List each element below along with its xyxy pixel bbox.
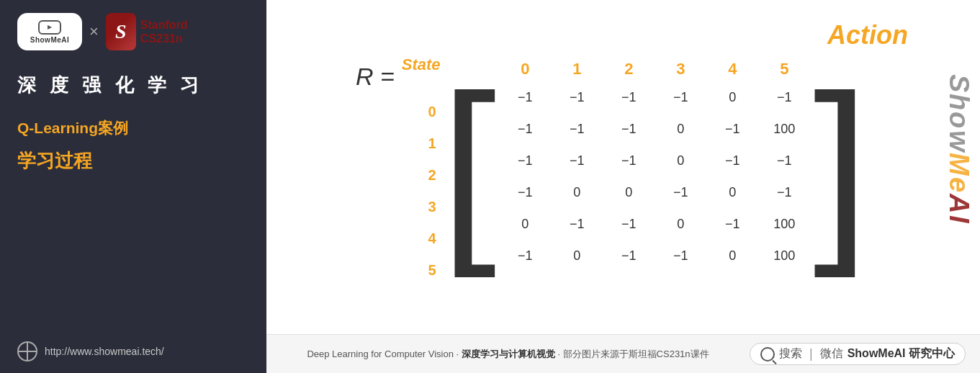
cell-0-3: −1: [655, 90, 706, 105]
bracket-right: ]: [813, 55, 869, 276]
col-headers: 0 1 2 3 4 5: [499, 60, 810, 78]
cell-2-3: 0: [655, 153, 706, 168]
cell-0-0: −1: [499, 90, 551, 105]
cell-3-0: −1: [499, 185, 551, 200]
cell-3-2: 0: [603, 185, 655, 200]
watermark-show: S: [943, 74, 974, 94]
watermark-e: e: [943, 177, 974, 194]
stanford-name: Stanford: [140, 18, 188, 32]
row-labels: 0 1 2 3 4 5: [423, 96, 436, 286]
bottom-bar: Deep Learning for Computer Vision · 深度学习…: [266, 334, 980, 373]
row-label-4: 4: [423, 223, 436, 254]
cell-4-4: −1: [706, 217, 758, 232]
globe-icon: [17, 341, 37, 361]
showmeai-logo: ShowMeAI: [17, 13, 82, 50]
cell-4-2: −1: [603, 217, 655, 232]
cross-symbol: ×: [89, 22, 99, 41]
watermark-I: I: [943, 215, 974, 225]
watermark-A: A: [943, 194, 974, 215]
caption-bold: 深度学习与计算机视觉: [462, 349, 555, 359]
cell-1-4: −1: [706, 122, 758, 137]
matrix-inner: 0 1 2 3 4 5 −1 −1 −1 −1: [499, 55, 810, 276]
row-label-2: 2: [423, 159, 436, 191]
sidebar-title: 深 度 强 化 学 习: [17, 72, 249, 98]
showmeai-icon: [38, 20, 61, 35]
showmeai-watermark: S h o w M e A I: [943, 7, 974, 291]
table-row: −1 −1 −1 −1 0 −1: [499, 81, 810, 113]
sidebar-subtitle: Q-Learning案例: [17, 118, 249, 138]
row-label-3: 3: [423, 191, 436, 223]
watermark-h: h: [943, 94, 974, 112]
cell-1-3: 0: [655, 122, 706, 137]
table-row: −1 −1 −1 0 −1 −1: [499, 145, 810, 176]
cell-1-2: −1: [603, 122, 655, 137]
r-equals: R =: [356, 63, 395, 91]
cell-4-5: 100: [758, 217, 810, 232]
table-row: −1 0 −1 −1 0 100: [499, 240, 810, 271]
main-content: Action S h o w M e A I R = State 0 1 2: [266, 0, 980, 373]
search-label: 搜索: [779, 346, 802, 361]
cell-4-1: −1: [551, 217, 603, 232]
search-divider: |: [809, 346, 813, 361]
col-header-2: 2: [603, 60, 655, 78]
matrix-body: R = State 0 1 2 3 4 5 [: [356, 55, 869, 286]
cell-5-5: 100: [758, 248, 810, 264]
cell-2-4: −1: [706, 153, 758, 168]
col-header-5: 5: [758, 60, 810, 78]
cell-0-4: 0: [706, 90, 758, 105]
cell-3-4: 0: [706, 185, 758, 200]
cell-3-5: −1: [758, 185, 810, 200]
cell-5-0: −1: [499, 248, 551, 264]
row-label-0: 0: [423, 96, 436, 127]
watermark-M: M: [943, 153, 974, 177]
sidebar-url[interactable]: http://www.showmeai.tech/: [45, 346, 164, 357]
matrix-area: Action S h o w M e A I R = State 0 1 2: [266, 0, 980, 334]
sidebar: ShowMeAI × S Stanford CS231n 深 度 强 化 学 习…: [0, 0, 266, 373]
cell-2-1: −1: [551, 153, 603, 168]
action-label: Action: [827, 20, 908, 50]
cell-5-4: 0: [706, 248, 758, 264]
watermark-o: o: [943, 112, 974, 130]
cell-0-5: −1: [758, 90, 810, 105]
search-icon: [760, 347, 775, 361]
row-label-1: 1: [423, 127, 436, 159]
col-header-4: 4: [706, 60, 758, 78]
cell-2-5: −1: [758, 153, 810, 168]
bottom-caption: Deep Learning for Computer Vision · 深度学习…: [281, 348, 735, 361]
cell-5-3: −1: [655, 248, 706, 264]
cell-0-2: −1: [603, 90, 655, 105]
wechat-label: 微信: [820, 346, 843, 361]
caption-plain: Deep Learning for Computer Vision ·: [307, 349, 461, 359]
col-header-1: 1: [551, 60, 603, 78]
bracket-left: [: [441, 55, 497, 276]
showmeai-logo-text: ShowMeAI: [30, 36, 70, 44]
cell-1-5: 100: [758, 122, 810, 137]
sidebar-section: 学习过程: [17, 148, 249, 174]
cell-4-0: 0: [499, 217, 551, 232]
stanford-s-icon: S: [106, 13, 136, 50]
watermark-w: w: [943, 130, 974, 153]
cell-5-1: 0: [551, 248, 603, 264]
search-brand: ShowMeAI 研究中心: [848, 346, 955, 361]
cell-3-3: −1: [655, 185, 706, 200]
table-row: −1 0 0 −1 0 −1: [499, 176, 810, 208]
stanford-logo: S Stanford CS231n: [106, 13, 188, 50]
table-row: 0 −1 −1 0 −1 100: [499, 208, 810, 240]
cell-2-2: −1: [603, 153, 655, 168]
cell-1-1: −1: [551, 122, 603, 137]
cell-2-0: −1: [499, 153, 551, 168]
stanford-course: CS231n: [140, 32, 188, 45]
search-box[interactable]: 搜索 | 微信 ShowMeAI 研究中心: [750, 343, 966, 365]
matrix-container: R = State 0 1 2 3 4 5 [: [356, 55, 869, 286]
cell-0-1: −1: [551, 90, 603, 105]
cell-5-2: −1: [603, 248, 655, 264]
cell-1-0: −1: [499, 122, 551, 137]
cell-4-3: 0: [655, 217, 706, 232]
row-label-5: 5: [423, 254, 436, 286]
stanford-text: Stanford CS231n: [140, 18, 188, 45]
sidebar-footer: http://www.showmeai.tech/: [17, 341, 249, 361]
matrix-bracket-area: [ 0 1 2 3 4 5 −1: [441, 55, 870, 276]
state-label: State: [402, 55, 441, 74]
col-header-0: 0: [499, 60, 551, 78]
table-row: −1 −1 −1 0 −1 100: [499, 113, 810, 145]
